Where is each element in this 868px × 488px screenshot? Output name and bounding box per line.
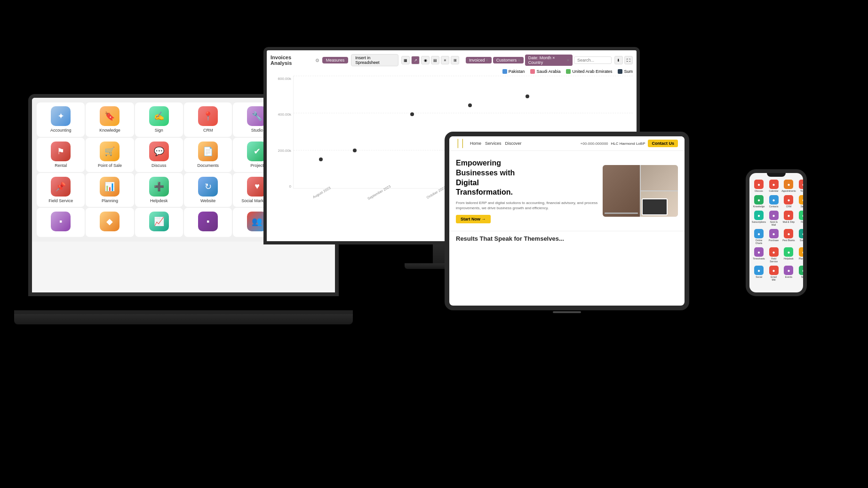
date-filter[interactable]: Date: Month × Country × (525, 55, 573, 66)
phone-app-15[interactable]: ●Survey (798, 228, 803, 245)
app-item-discuss[interactable]: 💬Discuss (135, 138, 183, 172)
phone-app-8[interactable]: ●Subscriptions (751, 210, 767, 227)
app-icon-r3: 📈 (149, 212, 169, 231)
app-item-fieldservice[interactable]: 📌Field Service (37, 173, 85, 207)
customers-filter[interactable]: Customers × (493, 57, 524, 63)
phone-number: +00-000-000000 (581, 142, 608, 146)
phone-app-4[interactable]: ●Knowledge (751, 194, 767, 209)
phone-app-14[interactable]: ●Pest Blanks (780, 228, 797, 245)
phone-app-20[interactable]: ●Social (751, 265, 767, 282)
app-label-crm: CRM (203, 128, 213, 133)
measures-button[interactable]: Measures (322, 57, 349, 63)
phone-app-17[interactable]: ●Field Service (768, 246, 780, 264)
view-table-icon[interactable]: ▤ (431, 56, 439, 64)
app-label-studio: Studio (251, 128, 263, 133)
phone-app-7[interactable]: ●Sales (798, 194, 803, 209)
app-item-rental[interactable]: ⚑Rental (37, 138, 85, 172)
phone-app-16[interactable]: ●Timesheets (751, 246, 767, 264)
phone-app-0[interactable]: ●Discuss (751, 179, 767, 193)
legend-saudi-label: Saudi Arabia (536, 69, 560, 74)
phone-app-2[interactable]: ●Appointments (780, 179, 797, 193)
app-item-crm[interactable]: 📍CRM (184, 102, 232, 137)
chart-toolbar: Invoices Analysis ⚙ Measures Insert in S… (271, 54, 633, 66)
phone-app-23[interactable]: ●Sign (798, 265, 803, 282)
download-icon[interactable]: ⬇ (614, 56, 623, 64)
view-pie-icon[interactable]: ◉ (421, 56, 430, 64)
app-label-knowledge: Knowledge (99, 128, 120, 133)
phone-app-12[interactable]: ●Online Charts (751, 228, 767, 245)
app-icon-crm: 📍 (198, 106, 218, 126)
hero-title: Empowering Businesses with Digital Trans… (456, 158, 598, 197)
search-filters: Invoiced × Customers × Date: Month × Cou… (466, 55, 612, 66)
phone-app-icon-12: ● (754, 229, 764, 238)
app-icon-accounting: ✦ (51, 106, 71, 126)
app-item-pos[interactable]: 🛒Point of Sale (86, 138, 134, 172)
app-icon-fieldservice: 📌 (51, 177, 71, 197)
photo-papers (605, 213, 638, 214)
nav-home[interactable]: Home (470, 141, 481, 146)
legend-saudi: Saudi Arabia (530, 69, 560, 74)
app-icon-documents: 📄 (198, 142, 218, 161)
app-item-planning[interactable]: 📊Planning (86, 173, 134, 207)
start-now-button[interactable]: Start Now → (456, 215, 491, 223)
phone-app-9[interactable]: ●Send & Mail (768, 210, 780, 227)
phone: ●Discuss●Calendar●Appointments●To-Do●Kno… (746, 169, 807, 301)
nav-right: +00-000-000000 HLC Harmond LoBP Contact … (581, 140, 678, 147)
phone-app-label-22: Events (785, 275, 792, 278)
phone-app-18[interactable]: ●Helpdesk (780, 246, 797, 264)
website-hero: Empowering Businesses with Digital Trans… (449, 151, 685, 231)
app-icon-r4: ▪ (198, 212, 218, 231)
phone-app-label-23: Sign (801, 275, 803, 278)
contact-us-button[interactable]: Contact Us (648, 140, 678, 147)
phone-app-label-4: Knowledge (753, 205, 765, 208)
app-icon-planning: 📊 (100, 177, 119, 197)
phone-app-label-9: Send & Mail (769, 220, 779, 226)
phone-app-11[interactable]: ●Fleet (798, 210, 803, 227)
app-item-documents[interactable]: 📄Documents (184, 138, 232, 172)
pin-sep (353, 149, 357, 152)
app-item-r1[interactable]: ▪ (37, 208, 85, 237)
results-text: Results That Speak for Themselves... (456, 235, 564, 242)
phone-app-6[interactable]: ●CRM (780, 194, 797, 209)
y-label-400: 400.00k (271, 112, 291, 117)
app-item-r2[interactable]: ◆ (86, 208, 134, 237)
view-line-icon[interactable]: ↗ (411, 56, 420, 64)
y-axis: 600.00k 400.00k 200.00k 0 (271, 76, 293, 189)
view-list-icon[interactable]: ≡ (441, 56, 449, 64)
phone-app-13[interactable]: ●Purchase (768, 228, 780, 245)
view-expand-icon[interactable]: ⊞ (451, 56, 459, 64)
app-label-planning: Planning (102, 198, 118, 204)
app-item-r4[interactable]: ▪ (184, 208, 232, 237)
nav-services[interactable]: Services (485, 141, 502, 146)
phone-app-label-15: Survey (800, 239, 803, 242)
search-input[interactable] (574, 56, 612, 64)
app-item-helpdesk[interactable]: ➕Helpdesk (135, 173, 183, 207)
phone-app-label-8: Subscriptions (752, 220, 766, 223)
phone-app-22[interactable]: ●Events (780, 265, 797, 282)
phone-app-3[interactable]: ●To-Do (798, 179, 803, 193)
phone-app-19[interactable]: ●Planning (798, 246, 803, 264)
fullscreen-icon[interactable]: ⛶ (624, 56, 633, 64)
app-item-knowledge[interactable]: 🔖Knowledge (86, 102, 134, 137)
phone-app-icon-2: ● (784, 180, 793, 189)
nav-discover[interactable]: Discover (505, 141, 522, 146)
invoiced-filter[interactable]: Invoiced × (466, 57, 492, 63)
app-item-r3[interactable]: 📈 (135, 208, 183, 237)
app-item-website[interactable]: ↻Website (184, 173, 232, 207)
phone-app-1[interactable]: ●Calendar (768, 179, 780, 193)
website-nav: ││ Home Services Discover +00-000-000000… (449, 136, 685, 151)
app-icon-website: ↻ (198, 177, 218, 197)
action-icons: ⬇ ⛶ (614, 56, 633, 64)
phone-app-label-20: Social (756, 275, 762, 278)
insert-spreadsheet-button[interactable]: Insert in Spreadsheet (351, 54, 398, 66)
app-item-accounting[interactable]: ✦Accounting (37, 102, 85, 137)
phone-app-label-11: Fleet (801, 220, 803, 223)
phone-app-21[interactable]: ●Email Mkt (768, 265, 780, 282)
app-item-sign[interactable]: ✍Sign (135, 102, 183, 137)
phone-app-label-3: To-Do (800, 189, 803, 192)
phone-app-10[interactable]: ●Mail & Ship (780, 210, 797, 227)
view-bar-icon[interactable]: ▦ (401, 56, 410, 64)
phone-app-icon-21: ● (769, 266, 779, 275)
hero-text: Empowering Businesses with Digital Trans… (456, 158, 598, 223)
phone-app-5[interactable]: ●Contacts (768, 194, 780, 209)
